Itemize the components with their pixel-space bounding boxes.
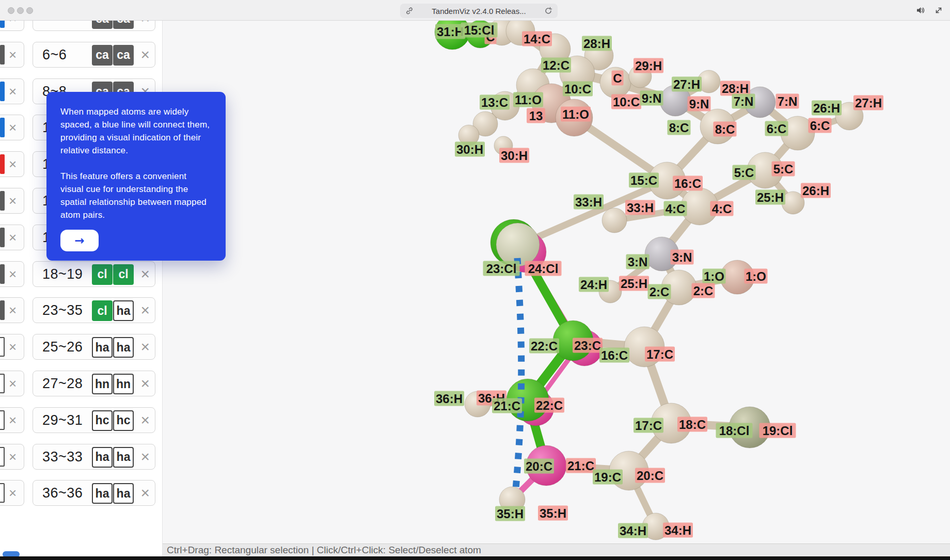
- atom-label: 31:H: [435, 24, 465, 39]
- atom-pair-label: 6~6: [42, 46, 67, 62]
- atom-label: 19:Cl: [759, 423, 796, 438]
- remove-mapping-button[interactable]: ×: [140, 339, 150, 355]
- remove-mini-button[interactable]: ×: [9, 231, 17, 244]
- atom-label: 3:N: [671, 250, 694, 265]
- atom-type-chip[interactable]: ha: [92, 483, 113, 504]
- atom-label: 35:H: [495, 506, 525, 521]
- mapping-row-card[interactable]: 25~26haha×: [33, 334, 155, 360]
- atom-label: 25:H: [619, 276, 649, 291]
- tooltip-next-button[interactable]: →: [60, 230, 99, 251]
- mapping-row-mini[interactable]: ×: [0, 371, 24, 396]
- svg-text:5:C: 5:C: [773, 162, 794, 176]
- atom-type-chip[interactable]: hc: [92, 410, 113, 431]
- browser-titlebar: TandemViz v2.4.0 Releas...: [0, 0, 950, 21]
- atom-type-chip[interactable]: ca: [113, 21, 134, 29]
- remove-mapping-button[interactable]: ×: [140, 412, 150, 428]
- atom-pair-label: 23~35: [42, 302, 83, 318]
- horizontal-scrollbar-thumb[interactable]: [3, 551, 20, 556]
- mapping-row-mini[interactable]: ×: [0, 188, 24, 214]
- expand-icon[interactable]: [935, 6, 943, 17]
- mapping-row-card[interactable]: 29~31hchc×: [33, 407, 155, 433]
- remove-mini-button[interactable]: ×: [9, 303, 17, 317]
- atom-label: 1:O: [703, 269, 726, 284]
- atom-type-chip[interactable]: hc: [113, 410, 134, 431]
- mapping-row-mini[interactable]: ×: [0, 297, 24, 323]
- svg-text:10:C: 10:C: [613, 95, 640, 109]
- atom-sphere[interactable]: [602, 208, 627, 233]
- mapping-row-mini[interactable]: ×: [0, 261, 24, 287]
- mapping-row-card[interactable]: caca×: [33, 21, 155, 31]
- remove-mapping-button[interactable]: ×: [140, 485, 150, 501]
- remove-mini-button[interactable]: ×: [9, 340, 17, 354]
- svg-text:11:O: 11:O: [562, 107, 589, 121]
- mapping-row-card[interactable]: 36~36haha×: [33, 480, 155, 506]
- atom-type-chip[interactable]: ha: [92, 447, 113, 468]
- svg-text:25:H: 25:H: [757, 190, 784, 204]
- mapping-row-mini[interactable]: ×: [0, 334, 24, 360]
- remove-mini-button[interactable]: ×: [9, 267, 17, 281]
- window-minimize-button[interactable]: [17, 7, 24, 14]
- atom-type-chip[interactable]: hn: [92, 374, 113, 394]
- mapping-row-mini[interactable]: ×: [0, 480, 24, 506]
- mapping-row-mini[interactable]: ×: [0, 21, 24, 31]
- remove-mini-button[interactable]: ×: [9, 486, 17, 500]
- atom-type-chip[interactable]: ha: [113, 483, 134, 504]
- atom-label: 9:N: [640, 91, 663, 106]
- mapping-row-mini[interactable]: ×: [0, 225, 24, 250]
- atom-type-chip[interactable]: ca: [113, 45, 134, 66]
- remove-mini-button[interactable]: ×: [9, 48, 17, 61]
- atom-type-chip[interactable]: ca: [92, 45, 113, 66]
- mapping-row-mini[interactable]: ×: [0, 42, 24, 68]
- mapping-row-mini[interactable]: ×: [0, 151, 24, 177]
- remove-mini-button[interactable]: ×: [9, 194, 17, 207]
- mapping-row-card[interactable]: 23~35clha×: [33, 297, 155, 323]
- mapping-row-card[interactable]: 6~6caca×: [33, 42, 155, 68]
- remove-mini-button[interactable]: ×: [9, 85, 17, 98]
- remove-mapping-button[interactable]: ×: [140, 449, 150, 465]
- address-bar[interactable]: TandemViz v2.4.0 Releas...: [400, 4, 558, 18]
- remove-mapping-button[interactable]: ×: [140, 302, 150, 318]
- svg-text:26:H: 26:H: [813, 101, 840, 115]
- remove-mapping-button[interactable]: ×: [140, 21, 150, 26]
- atom-type-chip[interactable]: ha: [113, 337, 134, 358]
- mapping-row-card[interactable]: 27~28hnhn×: [33, 371, 155, 396]
- atom-type-chip[interactable]: cl: [113, 264, 134, 285]
- remove-mini-button[interactable]: ×: [9, 413, 17, 427]
- remove-mini-button[interactable]: ×: [9, 450, 17, 463]
- atom-label: 35:H: [538, 506, 568, 521]
- svg-text:30:H: 30:H: [456, 142, 483, 156]
- svg-text:9:N: 9:N: [642, 91, 662, 105]
- atom-type-chip[interactable]: hn: [113, 374, 134, 394]
- remove-mapping-button[interactable]: ×: [140, 266, 150, 282]
- atom-type-chip[interactable]: ca: [92, 21, 113, 29]
- remove-mapping-button[interactable]: ×: [140, 47, 150, 62]
- remove-mini-button[interactable]: ×: [9, 121, 17, 134]
- mapping-row-mini[interactable]: ×: [0, 115, 24, 140]
- svg-text:10:C: 10:C: [564, 82, 591, 96]
- window-close-button[interactable]: [8, 7, 14, 14]
- remove-mapping-button[interactable]: ×: [140, 376, 150, 391]
- remove-mini-button[interactable]: ×: [9, 157, 17, 171]
- speaker-icon[interactable]: [916, 6, 925, 17]
- remove-mini-button[interactable]: ×: [9, 21, 17, 25]
- atom-type-chip[interactable]: cl: [92, 300, 113, 321]
- atom-type-chip[interactable]: cl: [92, 264, 113, 285]
- remove-mini-button[interactable]: ×: [9, 377, 17, 390]
- svg-text:15:C: 15:C: [630, 173, 657, 187]
- mapping-row-mini[interactable]: ×: [0, 78, 24, 104]
- atom-label: 21:C: [566, 458, 596, 473]
- atom-type-chip[interactable]: ha: [113, 447, 134, 468]
- atom-type-chip[interactable]: ha: [113, 300, 134, 321]
- svg-text:23:Cl: 23:Cl: [486, 262, 517, 276]
- mapping-row-mini[interactable]: ×: [0, 407, 24, 433]
- atom-label: 6:C: [809, 118, 832, 133]
- mapping-color-bar: [0, 118, 5, 137]
- reload-icon[interactable]: [544, 7, 552, 15]
- atom-label: 8:C: [714, 122, 737, 137]
- mapping-row-card[interactable]: 18~19clcl×: [33, 261, 155, 287]
- window-zoom-button[interactable]: [26, 7, 33, 14]
- mapping-row-mini[interactable]: ×: [0, 444, 24, 470]
- svg-text:16:C: 16:C: [674, 177, 701, 190]
- mapping-row-card[interactable]: 33~33haha×: [33, 444, 155, 470]
- atom-type-chip[interactable]: ha: [92, 337, 113, 358]
